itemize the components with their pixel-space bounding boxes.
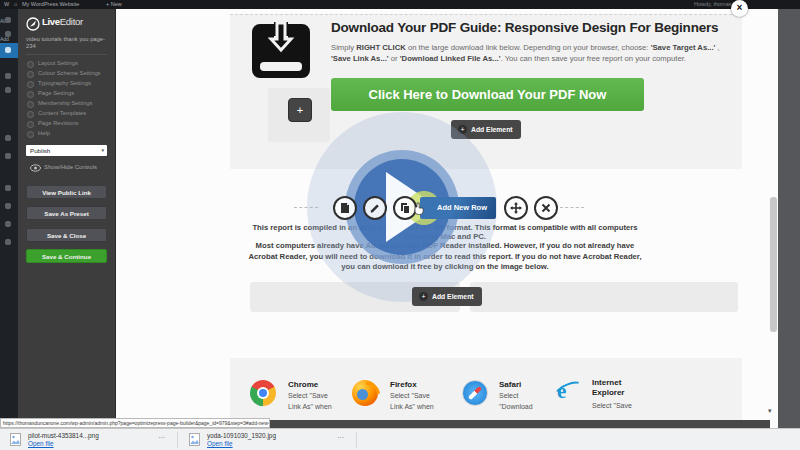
hero-para-seg: ,	[715, 43, 719, 52]
page-subtitle: video tutorials thank you page-234	[26, 36, 112, 50]
bullet-icon	[27, 61, 34, 68]
logo-live: Live	[42, 16, 60, 27]
wp-menu-icon[interactable]	[5, 31, 11, 37]
hand-cursor-icon	[413, 202, 424, 215]
hero-para-seg-bold: 'Download Linked File As...'	[400, 54, 501, 63]
pencil-icon	[368, 201, 382, 215]
edit-row-button[interactable]	[363, 196, 387, 220]
wp-menu-icon[interactable]	[5, 185, 11, 191]
bullet-icon	[27, 81, 34, 88]
browser-name: Firefox	[390, 380, 417, 389]
row-settings-icon	[338, 201, 352, 215]
scrollbar-down-arrow[interactable]: ▾	[768, 407, 772, 415]
divider	[26, 54, 107, 55]
pdf-download-button[interactable]: Click Here to Download Your PDF Now	[331, 78, 644, 111]
browser-note: Select "Save	[390, 392, 430, 399]
wp-menu-icon[interactable]	[5, 17, 11, 23]
browser-note: Link As" when	[390, 403, 434, 410]
wp-menu-active-item[interactable]	[0, 43, 18, 58]
sidebar-item-colour-scheme[interactable]: Colour Scheme Settings	[26, 69, 112, 79]
browser-note: Link As" when	[288, 403, 332, 410]
dimmed-page-edge	[778, 9, 800, 428]
save-as-preset-button[interactable]: Save As Preset	[26, 206, 107, 220]
video-frame: Download Your PDF Guide: Responsive Desi…	[0, 0, 800, 450]
sidebar-item-label: Layout Settings	[38, 60, 78, 66]
chevron-down-icon: ▾	[101, 145, 104, 156]
sidebar-item-label: Page Revisions	[38, 120, 78, 126]
publish-select[interactable]: Publish▾	[26, 145, 107, 156]
row-settings-button[interactable]	[333, 196, 357, 220]
move-row-button[interactable]	[504, 196, 528, 220]
show-hide-controls[interactable]: Show/Hide Controls	[26, 163, 112, 173]
download-item[interactable]: pilot-must-4353814...png Open file ⋯	[2, 429, 174, 450]
sidebar-item-page-settings[interactable]: Page Settings	[26, 89, 112, 99]
liveeditor-logo-icon	[26, 17, 40, 31]
chrome-icon-center	[259, 389, 267, 397]
publish-value: Publish	[30, 147, 50, 154]
scrollbar-thumb[interactable]	[770, 197, 777, 332]
browser-note: Select "Save	[592, 402, 632, 409]
add-new-row-button[interactable]: Add New Row	[420, 197, 496, 219]
show-hide-label: Show/Hide Controls	[44, 164, 97, 170]
image-file-icon	[10, 433, 21, 446]
browser-note: "Download	[499, 403, 533, 410]
sidebar-item-label: Page Settings	[38, 90, 74, 96]
wp-menu-icon	[5, 47, 11, 53]
wp-menu-icon[interactable]	[5, 73, 11, 79]
empty-element-strip-right	[470, 282, 738, 312]
sidebar-item-typography[interactable]: Typography Settings	[26, 79, 112, 89]
more-options-icon[interactable]: ⋯	[158, 434, 165, 442]
browser-note: Select	[499, 392, 518, 399]
more-options-icon[interactable]: ⋯	[337, 434, 344, 442]
download-item[interactable]: yoda-1091030_1920.jpg Open file ⋯	[181, 429, 353, 450]
add-element-button[interactable]: + Add Element	[412, 287, 482, 306]
bullet-icon	[27, 101, 34, 108]
divider	[356, 432, 357, 448]
page-title: Download Your PDF Guide: Responsive Desi…	[331, 20, 718, 35]
downloads-bar: pilot-must-4353814...png Open file ⋯ yod…	[0, 428, 800, 450]
plus-icon: +	[419, 292, 428, 301]
image-file-icon	[189, 433, 200, 446]
wp-menu-icon[interactable]	[5, 87, 11, 93]
open-file-link[interactable]: Open file	[28, 440, 54, 447]
hero-para-seg: . You can then save your free report on …	[501, 54, 686, 63]
bullet-icon	[27, 71, 34, 78]
sidebar-item-page-revisions[interactable]: Page Revisions	[26, 119, 112, 129]
hero-para-seg: Simply	[331, 43, 356, 52]
wp-menu-icon[interactable]	[5, 135, 11, 141]
sidebar-item-membership[interactable]: Membership Settings	[26, 99, 112, 109]
site-name[interactable]: My WordPress Website	[22, 0, 79, 9]
wp-logo-icon[interactable]: W	[4, 0, 9, 9]
delete-row-button[interactable]	[534, 196, 558, 220]
add-element-label: Add Element	[471, 120, 513, 139]
home-icon: ⌂	[14, 0, 17, 9]
download-filename: yoda-1091030_1920.jpg	[207, 432, 276, 439]
bullet-icon	[27, 111, 34, 118]
hero-para-seg-bold: RIGHT CLICK	[356, 43, 406, 52]
wp-menu-icon[interactable]	[5, 153, 11, 159]
new-menu-item[interactable]: + New	[106, 0, 122, 9]
video-close-button[interactable]: ×	[731, 0, 748, 17]
wp-menu-icon[interactable]	[5, 221, 11, 227]
browser-name: Chrome	[288, 380, 318, 389]
sidebar-item-label: Content Templates	[38, 110, 86, 116]
sidebar-item-content-templates[interactable]: Content Templates	[26, 109, 112, 119]
save-close-button[interactable]: Save & Close	[26, 228, 107, 242]
move-icon	[509, 201, 523, 215]
view-public-link-button[interactable]: View Public Link	[26, 185, 107, 199]
save-continue-button[interactable]: Save & Continue	[26, 249, 107, 263]
add-element-label: Add Element	[432, 287, 474, 306]
add-element-mini-button[interactable]: +	[288, 98, 312, 122]
sidebar-item-label: Help	[38, 130, 50, 136]
wp-menu-icon[interactable]	[5, 239, 11, 245]
sidebar-item-label: Typography Settings	[38, 80, 91, 86]
sidebar-item-help[interactable]: Help	[26, 129, 112, 139]
open-file-link[interactable]: Open file	[207, 440, 233, 447]
sidebar-item-label: Colour Scheme Settings	[38, 70, 101, 76]
sidebar-item-layout-settings[interactable]: Layout Settings	[26, 59, 112, 69]
browser-name: Internet	[592, 378, 621, 387]
divider	[177, 432, 178, 448]
eye-icon	[30, 164, 41, 172]
wp-menu-icon[interactable]	[5, 203, 11, 209]
download-filename: pilot-must-4353814...png	[28, 432, 99, 439]
